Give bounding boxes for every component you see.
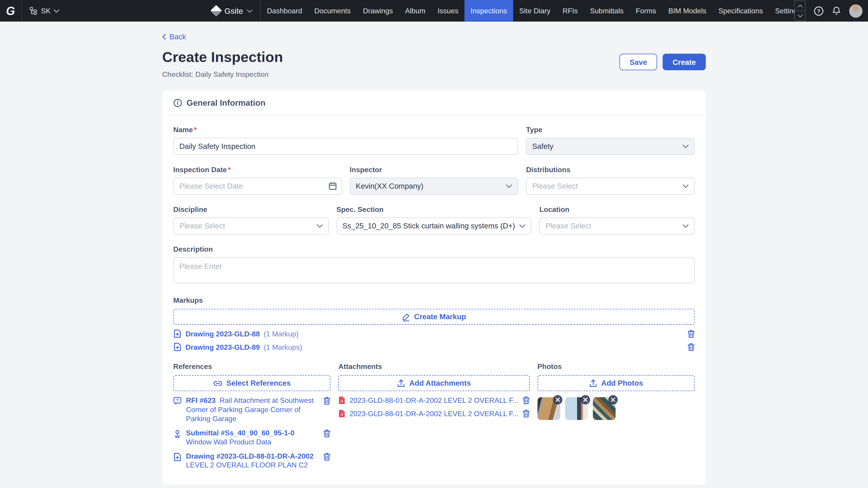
photo-thumbnail-cabinet[interactable] xyxy=(537,397,560,420)
nav-scroll-up-button[interactable] xyxy=(795,1,805,11)
discipline-select[interactable]: Please Select xyxy=(174,217,329,234)
product-label: Gsite xyxy=(224,6,243,15)
calendar-icon[interactable] xyxy=(328,182,337,190)
remove-photo-button[interactable] xyxy=(553,395,562,404)
select-references-button[interactable]: Select References xyxy=(174,375,331,391)
location-field-group: Location Please Select xyxy=(539,205,694,235)
page-title: Create Inspection xyxy=(162,49,283,66)
attachment-link[interactable]: 2023-GLD-88-01-DR-A-2002 LEVEL 2 OVERALL… xyxy=(349,410,519,418)
location-select[interactable]: Please Select xyxy=(539,217,694,234)
info-circle-icon xyxy=(174,98,182,107)
delete-attachment-button[interactable] xyxy=(522,396,530,404)
close-icon xyxy=(555,397,560,402)
close-icon xyxy=(610,397,615,402)
nav-item-issues[interactable]: Issues xyxy=(432,0,465,22)
spec-section-field-group: Spec. Section Ss_25_10_20_85 Stick curta… xyxy=(336,205,532,235)
name-label: Name xyxy=(174,126,193,134)
general-information-card: General Information Name* Type Safety xyxy=(162,90,706,484)
delete-attachment-button[interactable] xyxy=(522,410,530,418)
markup-item: Drawing 2023-GLD-88 (1 Markup) xyxy=(174,329,695,338)
form-row-description: Description xyxy=(174,245,695,286)
page-title-block: Create Inspection Checklist: Daily Safet… xyxy=(162,49,283,78)
required-asterisk: * xyxy=(228,165,230,174)
back-link[interactable]: Back xyxy=(162,33,186,41)
inspection-form: Name* Type Safety Inspection Date* xyxy=(162,116,706,484)
org-tree-icon xyxy=(29,6,38,15)
reference-item: RFI #623 Rail Attachment at Southwest Co… xyxy=(174,396,331,423)
nav-item-settings[interactable]: Settings xyxy=(769,0,795,22)
pen-icon xyxy=(402,312,410,321)
trash-icon xyxy=(323,452,331,461)
distributions-label: Distributions xyxy=(526,165,570,174)
nav-item-rfis[interactable]: RFIs xyxy=(557,0,584,22)
workspace-switcher[interactable]: SK xyxy=(22,0,67,22)
add-attachments-button[interactable]: Add Attachments xyxy=(338,375,530,391)
attachment-link[interactable]: 2023-GLD-88-01-DR-A-2002 LEVEL 2 OVERALL… xyxy=(349,396,519,404)
references-label: References xyxy=(174,362,331,371)
form-row-3: Discipline Please Select Spec. Section S… xyxy=(174,205,695,235)
notifications-button[interactable] xyxy=(832,6,841,15)
spec-section-value: Ss_25_10_20_85 Stick curtain walling sys… xyxy=(342,222,515,230)
reference-link[interactable]: RFI #623 Rail Attachment at Southwest Co… xyxy=(186,396,319,423)
discipline-label: Discipline xyxy=(174,205,207,214)
page-content: Back Create Inspection Checklist: Daily … xyxy=(162,33,706,488)
chevron-down-icon xyxy=(506,184,512,188)
delete-reference-button[interactable] xyxy=(323,397,331,405)
reference-item: Drawing #2023-GLD-88-01-DR-A-2002 LEVEL … xyxy=(174,452,331,470)
inspector-select[interactable]: Kevin(XX Company) xyxy=(350,177,518,195)
user-avatar[interactable] xyxy=(849,4,863,18)
attachments-label: Attachments xyxy=(338,362,530,371)
nav-item-forms[interactable]: Forms xyxy=(630,0,662,22)
nav-item-site-diary[interactable]: Site Diary xyxy=(513,0,557,22)
nav-item-drawings[interactable]: Drawings xyxy=(357,0,399,22)
markup-drawing-link[interactable]: Drawing 2023-GLD-89 xyxy=(185,343,260,351)
type-select[interactable]: Safety xyxy=(526,138,694,155)
photo-thumbnail-aerial[interactable] xyxy=(593,397,615,420)
remove-photo-button[interactable] xyxy=(608,395,618,404)
delete-markup-button[interactable] xyxy=(688,343,695,351)
nav-item-inspections[interactable]: Inspections xyxy=(465,0,513,22)
photo-thumbnail-hoist[interactable] xyxy=(565,397,588,420)
type-field-group: Type Safety xyxy=(526,126,694,155)
description-field-group: Description xyxy=(174,245,695,286)
reference-link[interactable]: Submittal #Ss_40_90_60_95-1-0 Window Wal… xyxy=(186,429,319,447)
drawing-file-icon xyxy=(174,329,182,338)
page-header: Create Inspection Checklist: Daily Safet… xyxy=(162,49,706,78)
section-header: General Information xyxy=(162,90,706,116)
chevron-down-icon xyxy=(798,14,802,18)
trash-icon xyxy=(522,410,530,418)
nav-item-submittals[interactable]: Submittals xyxy=(584,0,630,22)
location-label: Location xyxy=(539,205,569,214)
description-textarea[interactable] xyxy=(174,257,695,283)
discipline-field-group: Discipline Please Select xyxy=(174,205,329,235)
nav-item-dashboard[interactable]: Dashboard xyxy=(261,0,308,22)
markup-drawing-link[interactable]: Drawing 2023-GLD-88 xyxy=(185,329,260,338)
nav-item-bim-models[interactable]: BIM Models xyxy=(662,0,712,22)
drawing-file-icon xyxy=(174,452,182,461)
nav-item-documents[interactable]: Documents xyxy=(308,0,357,22)
spec-section-select[interactable]: Ss_25_10_20_85 Stick curtain walling sys… xyxy=(336,217,532,234)
add-photos-button[interactable]: Add Photos xyxy=(537,375,694,391)
nav-item-specifications[interactable]: Specifications xyxy=(712,0,769,22)
product-switcher[interactable]: Gsite xyxy=(205,0,260,22)
nav-scroll-down-button[interactable] xyxy=(795,11,805,21)
chevron-down-icon xyxy=(520,224,526,228)
create-markup-button[interactable]: Create Markup xyxy=(174,309,695,325)
inspection-date-input[interactable] xyxy=(174,177,342,195)
attachment-item: 2023-GLD-88-01-DR-A-2002 LEVEL 2 OVERALL… xyxy=(338,396,530,404)
save-button[interactable]: Save xyxy=(620,54,657,70)
delete-markup-button[interactable] xyxy=(688,329,695,338)
remove-photo-button[interactable] xyxy=(581,395,590,404)
distributions-select[interactable]: Please Select xyxy=(526,177,694,195)
trash-icon xyxy=(323,397,331,405)
delete-reference-button[interactable] xyxy=(323,429,331,437)
nav-item-album[interactable]: Album xyxy=(399,0,432,22)
markup-count: (1 Markups) xyxy=(264,343,302,351)
photo-thumbnails xyxy=(537,397,694,420)
reference-link[interactable]: Drawing #2023-GLD-88-01-DR-A-2002 LEVEL … xyxy=(186,452,319,470)
help-button[interactable] xyxy=(814,6,824,16)
create-button[interactable]: Create xyxy=(662,54,706,70)
delete-reference-button[interactable] xyxy=(323,452,331,461)
name-input[interactable] xyxy=(174,138,519,155)
company-logo[interactable]: G xyxy=(0,4,21,18)
